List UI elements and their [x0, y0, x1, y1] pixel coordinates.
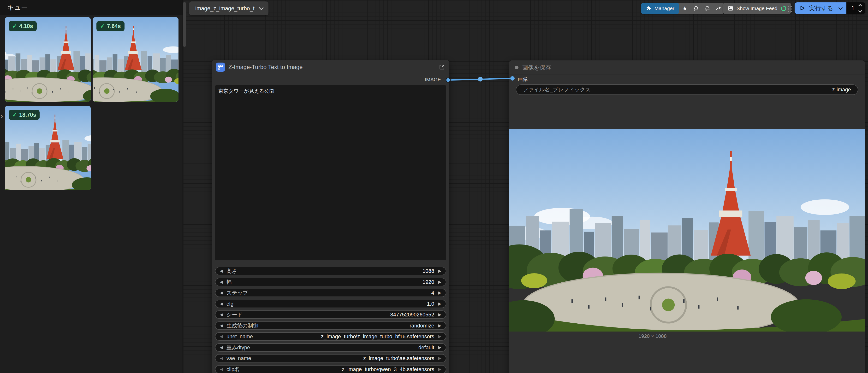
- duration-badge: ✓ 4.10s: [9, 21, 37, 31]
- widget-seed[interactable]: ◀ シード 347752090260552 ▶: [215, 310, 446, 319]
- decrement-arrow-icon[interactable]: ◀: [217, 301, 225, 306]
- manager-button-group: Manager ★: [641, 3, 724, 14]
- node-link-image: [445, 72, 519, 86]
- widget-value: z_image_turbo\qwen_3_4b.safetensors: [342, 366, 434, 373]
- queue-panel-title: キュー: [0, 0, 183, 15]
- show-image-feed-button[interactable]: Show Image Feed: [723, 3, 791, 14]
- prev-option-arrow-icon[interactable]: ◀: [217, 323, 225, 328]
- prev-option-arrow-icon[interactable]: ◀: [217, 334, 225, 339]
- widget-value: z_image_turbo\z_image_turbo_bf16.safeten…: [321, 334, 434, 340]
- play-icon: [799, 5, 805, 11]
- increment-arrow-icon[interactable]: ▶: [436, 269, 444, 273]
- decrement-arrow-icon[interactable]: ◀: [217, 269, 225, 273]
- batch-count-spinner[interactable]: [858, 4, 863, 13]
- filename-prefix-value: z-image: [832, 87, 851, 93]
- bell-icon: [704, 5, 710, 11]
- node-z-image-turbo-text-to-image[interactable]: Z-Image-Turbo Text to Image IMAGE 東京タワーが…: [212, 60, 449, 373]
- widget-weight-dtype[interactable]: ◀ 重みdtype default ▶: [215, 343, 446, 352]
- prev-option-arrow-icon[interactable]: ◀: [217, 367, 225, 372]
- widget-label: clip名: [226, 366, 240, 373]
- queue-thumbnail-2[interactable]: ✓ 7.64s: [93, 17, 179, 102]
- widget-cfg[interactable]: ◀ cfg 1.0 ▶: [215, 300, 446, 308]
- widget-width[interactable]: ◀ 幅 1920 ▶: [215, 278, 446, 286]
- manager-button[interactable]: Manager: [641, 3, 679, 14]
- node-titlebar[interactable]: Z-Image-Turbo Text to Image: [212, 60, 449, 74]
- toolbar-drag-handle[interactable]: [788, 6, 792, 12]
- widget-value: 347752090260552: [390, 312, 434, 318]
- widget-vae-name[interactable]: ◀ vae_name z_image_turbo\ae.safetensors …: [215, 354, 446, 363]
- workflow-tab[interactable]: image_z_image_turbo_t: [189, 1, 269, 15]
- increment-arrow-icon[interactable]: ▶: [436, 279, 444, 284]
- widget-clip-name[interactable]: ◀ clip名 z_image_turbo\qwen_3_4b.safetens…: [215, 365, 446, 373]
- widget-label: ステップ: [226, 289, 248, 297]
- increment-arrow-icon[interactable]: ▶: [436, 301, 444, 306]
- notification-bell-alt-button[interactable]: [702, 3, 713, 14]
- increment-arrow-icon[interactable]: ▶: [436, 312, 444, 317]
- batch-count-value: 1: [851, 5, 855, 12]
- run-button[interactable]: 実行する: [795, 2, 846, 14]
- increment-icon[interactable]: [859, 4, 862, 8]
- duration-text: 7.64s: [107, 23, 121, 30]
- collapse-dot-icon[interactable]: [515, 66, 519, 69]
- node-title: Z-Image-Turbo Text to Image: [228, 64, 303, 70]
- check-icon: ✓: [12, 111, 17, 118]
- run-control: 実行する 1: [795, 2, 865, 14]
- sidebar-scrollbar[interactable]: [183, 2, 186, 47]
- image-icon: [727, 5, 734, 11]
- queue-thumbnail-grid: ✓ 4.10s ✓ 7.64s ✓ 18.70s: [5, 17, 179, 190]
- next-option-arrow-icon[interactable]: ▶: [436, 356, 444, 361]
- decrement-arrow-icon[interactable]: ◀: [217, 279, 225, 284]
- filename-prefix-field[interactable]: ファイル名_プレフィックス z-image: [516, 84, 858, 95]
- widget-value: default: [418, 344, 434, 351]
- next-option-arrow-icon[interactable]: ▶: [436, 345, 444, 350]
- widget-value: 1088: [423, 268, 434, 274]
- prompt-text: 東京タワーが見える公園: [218, 88, 274, 94]
- input-label-image: 画像: [518, 76, 528, 82]
- share-button[interactable]: [713, 3, 724, 14]
- prompt-textarea[interactable]: 東京タワーが見える公園: [215, 86, 446, 260]
- batch-count-control[interactable]: 1: [846, 2, 865, 14]
- decrement-arrow-icon[interactable]: ◀: [217, 290, 225, 295]
- node-title: 画像を保存: [522, 64, 551, 71]
- workflows-gallery-button[interactable]: ★: [679, 3, 690, 14]
- widget-label: 幅: [226, 278, 232, 286]
- widget-label: 高さ: [226, 268, 237, 275]
- run-options-chevron-icon[interactable]: [838, 5, 843, 10]
- image-dimensions-caption: 1920 × 1088: [509, 333, 796, 339]
- widget-value: 1920: [423, 279, 434, 285]
- next-option-arrow-icon[interactable]: ▶: [436, 334, 444, 339]
- decrement-icon[interactable]: [859, 9, 862, 12]
- queue-thumbnail-1[interactable]: ✓ 4.10s: [5, 17, 91, 102]
- prev-option-arrow-icon[interactable]: ◀: [217, 356, 225, 361]
- bell-icon: [693, 5, 699, 11]
- widget-value: randomize: [409, 323, 434, 329]
- expand-icon: [439, 64, 445, 70]
- output-label-image: IMAGE: [425, 77, 441, 82]
- widget-control-after-generate[interactable]: ◀ 生成後の制御 randomize ▶: [215, 321, 446, 330]
- widget-label: vae_name: [226, 355, 251, 362]
- widget-height[interactable]: ◀ 高さ 1088 ▶: [215, 267, 446, 275]
- duration-text: 18.70s: [19, 112, 36, 118]
- queue-thumbnail-3[interactable]: ✓ 18.70s: [5, 106, 91, 190]
- comfyui-canvas[interactable]: キュー ✓ 4.10s ✓ 7.64s ✓ 18.: [0, 0, 868, 373]
- expand-node-button[interactable]: [439, 64, 445, 70]
- chevron-down-icon[interactable]: [259, 5, 264, 10]
- node-save-image[interactable]: 画像を保存 画像 ファイル名_プレフィックス z-image 1920 × 10…: [509, 60, 865, 373]
- widget-value: 1.0: [427, 301, 434, 307]
- notification-bell-button[interactable]: [690, 3, 702, 14]
- check-icon: ✓: [12, 23, 17, 30]
- panel-toggle-chevron-icon[interactable]: ›: [0, 112, 3, 120]
- widget-steps[interactable]: ◀ ステップ 4 ▶: [215, 289, 446, 297]
- prev-option-arrow-icon[interactable]: ◀: [217, 345, 225, 350]
- widget-unet-name[interactable]: ◀ unet_name z_image_turbo\z_image_turbo_…: [215, 332, 446, 341]
- decrement-arrow-icon[interactable]: ◀: [217, 312, 225, 317]
- increment-arrow-icon[interactable]: ▶: [436, 290, 444, 295]
- next-option-arrow-icon[interactable]: ▶: [436, 367, 444, 372]
- node-titlebar[interactable]: 画像を保存: [509, 60, 865, 75]
- widget-value: 4: [431, 290, 434, 296]
- manager-button-label: Manager: [654, 5, 674, 11]
- workflow-tab-label: image_z_image_turbo_t: [195, 5, 254, 12]
- widget-label: シード: [226, 311, 243, 318]
- next-option-arrow-icon[interactable]: ▶: [436, 323, 444, 328]
- saved-image-preview[interactable]: [509, 129, 865, 332]
